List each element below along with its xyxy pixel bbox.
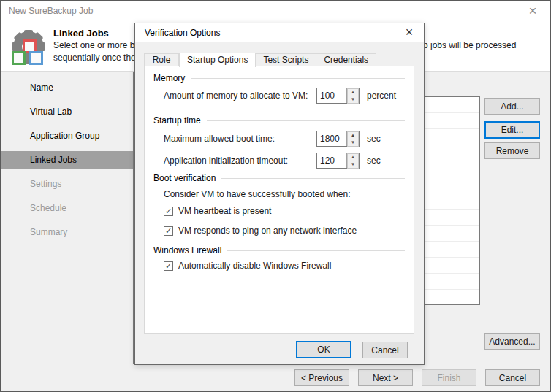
ok-button[interactable]: OK — [296, 341, 352, 358]
firewall-checkbox-row: ✓ Automatically disable Windows Firewall — [164, 260, 414, 272]
sidebar-item-summary: Summary — [1, 223, 133, 241]
heartbeat-checkbox-row: ✓ VM heartbeat is present — [164, 205, 414, 217]
startup-time-group-label: Startup time — [153, 115, 201, 126]
dialog-close-icon[interactable]: × — [402, 25, 417, 39]
group-divider — [221, 178, 405, 179]
dialog-cancel-button[interactable]: Cancel — [362, 342, 408, 358]
step-heading: Linked Jobs — [53, 28, 109, 39]
cancel-button[interactable]: Cancel — [485, 369, 540, 386]
memory-group-header: Memory — [153, 72, 405, 84]
next-button[interactable]: Next > — [358, 369, 413, 386]
group-divider — [191, 78, 405, 79]
tab-startup-options[interactable]: Startup Options — [179, 53, 256, 67]
sidebar-item-settings: Settings — [1, 175, 133, 193]
ping-checkbox[interactable]: ✓ — [164, 226, 173, 236]
sidebar-item-application-group[interactable]: Application Group — [1, 127, 133, 145]
spin-up-icon[interactable]: ▲ — [347, 131, 359, 139]
memory-field-row: Amount of memory to allocate to VM: 100 … — [164, 88, 405, 104]
boot-time-label: Maximum allowed boot time: — [164, 134, 275, 144]
step-description-line1-right: p jobs will be processed — [423, 40, 516, 50]
group-divider — [227, 250, 405, 251]
sidebar-item-virtual-lab[interactable]: Virtual Lab — [1, 103, 133, 120]
boot-time-spinner[interactable]: 1800 ▲ ▼ — [316, 131, 360, 147]
finish-button: Finish — [422, 369, 476, 386]
tab-role[interactable]: Role — [144, 53, 179, 66]
sidebar-item-schedule: Schedule — [1, 199, 133, 217]
green-square-icon — [12, 51, 26, 65]
firewall-checkbox-label[interactable]: Automatically disable Windows Firewall — [178, 261, 331, 271]
tab-credentials[interactable]: Credentials — [316, 53, 376, 66]
startup-time-group-header: Startup time — [153, 115, 405, 126]
memory-amount-spinner[interactable]: 100 ▲ ▼ — [316, 88, 360, 104]
tab-test-scripts[interactable]: Test Scripts — [256, 53, 316, 66]
wizard-footer: < Previous Next > Finish Cancel — [1, 364, 550, 392]
advanced-button[interactable]: Advanced... — [484, 333, 540, 350]
init-timeout-spinner[interactable]: 120 ▲ ▼ — [316, 153, 360, 169]
ping-checkbox-label[interactable]: VM responds to ping on any network inter… — [178, 226, 357, 236]
window-titlebar: New SureBackup Job × — [1, 1, 550, 21]
ping-checkbox-row: ✓ VM responds to ping on any network int… — [164, 225, 414, 237]
memory-amount-label: Amount of memory to allocate to VM: — [164, 91, 308, 101]
group-divider — [207, 120, 405, 121]
dialog-titlebar: Verification Options × — [135, 23, 424, 42]
firewall-checkbox[interactable]: ✓ — [164, 261, 173, 271]
boot-verification-group-label: Boot verification — [153, 173, 216, 183]
boot-time-unit-label: sec — [367, 134, 381, 144]
sidebar-item-name[interactable]: Name — [1, 79, 133, 96]
heartbeat-checkbox[interactable]: ✓ — [164, 207, 173, 216]
memory-group-label: Memory — [153, 73, 185, 83]
boot-time-value[interactable]: 1800 — [317, 131, 346, 146]
previous-button[interactable]: < Previous — [294, 369, 349, 386]
window-title: New SureBackup Job — [9, 6, 93, 16]
dialog-title: Verification Options — [145, 28, 220, 38]
firewall-group-header: Windows Firewall — [153, 245, 405, 256]
add-button[interactable]: Add... — [484, 98, 540, 115]
memory-amount-value[interactable]: 100 — [317, 88, 346, 103]
spin-up-icon[interactable]: ▲ — [347, 153, 359, 161]
surebackup-job-icon — [7, 25, 50, 69]
remove-button[interactable]: Remove — [484, 142, 540, 159]
init-timeout-unit-label: sec — [367, 155, 381, 166]
init-timeout-field-row: Application initialization timeout: 120 … — [164, 153, 405, 169]
memory-unit-label: percent — [367, 91, 396, 101]
spin-up-icon[interactable]: ▲ — [347, 88, 359, 96]
boot-verification-group-header: Boot verification — [153, 172, 405, 184]
step-description-line2: sequentially once the — [53, 53, 136, 63]
init-timeout-label: Application initialization timeout: — [164, 155, 288, 166]
spin-down-icon[interactable]: ▼ — [347, 139, 359, 147]
spin-down-icon[interactable]: ▼ — [347, 96, 359, 104]
boot-verification-intro: Consider VM to have successfully booted … — [164, 188, 414, 200]
blue-square-icon — [29, 51, 43, 65]
init-timeout-value[interactable]: 120 — [317, 153, 346, 168]
dialog-tabs: Role Startup Options Test Scripts Creden… — [144, 53, 376, 66]
edit-button[interactable]: Edit... — [484, 121, 540, 139]
boot-time-field-row: Maximum allowed boot time: 1800 ▲ ▼ sec — [164, 131, 405, 147]
wizard-steps-sidebar: Name Virtual Lab Application Group Linke… — [1, 72, 134, 364]
spin-down-icon[interactable]: ▼ — [347, 161, 359, 169]
window-close-icon[interactable]: × — [525, 3, 541, 19]
startup-options-panel: Memory Amount of memory to allocate to V… — [144, 66, 414, 334]
firewall-group-label: Windows Firewall — [153, 245, 221, 255]
wizard-window: New SureBackup Job × Linked Jobs Select … — [0, 0, 551, 392]
verification-options-dialog: Verification Options × Role Startup Opti… — [134, 23, 425, 365]
sidebar-item-linked-jobs[interactable]: Linked Jobs — [1, 151, 133, 169]
heartbeat-checkbox-label[interactable]: VM heartbeat is present — [178, 206, 271, 216]
step-description-line1: Select one or more b — [53, 40, 134, 50]
